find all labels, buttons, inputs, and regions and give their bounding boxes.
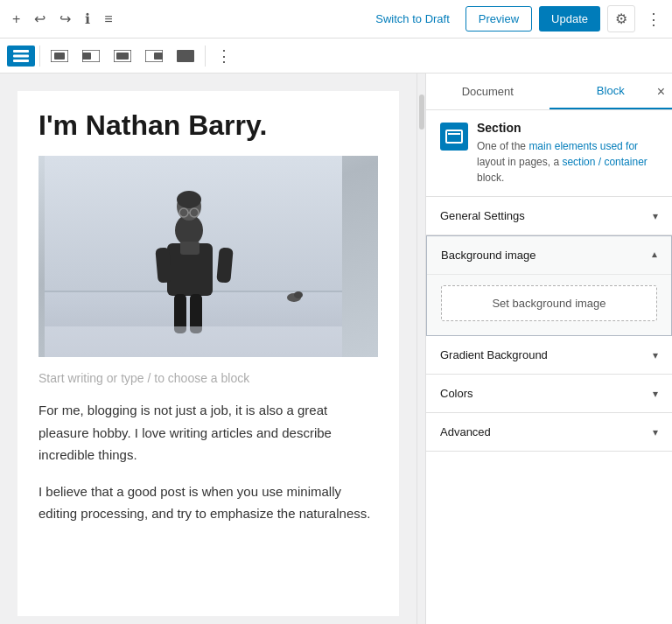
background-image-label: Background image (441, 249, 536, 262)
redo-button[interactable]: ↪ (54, 5, 76, 32)
gradient-background-label: Gradient Background (440, 348, 548, 361)
main-area: I'm Nathan Barry. (0, 74, 672, 624)
block-tool-more[interactable]: ⋮ (210, 42, 238, 70)
colors-label: Colors (440, 387, 473, 400)
accordion-background-image-header[interactable]: Background image ▾ (427, 236, 671, 274)
svg-rect-8 (116, 53, 129, 60)
accordion-gradient-background: Gradient Background ▾ (426, 336, 672, 375)
block-toolbar: ⋮ (0, 39, 672, 74)
svg-rect-10 (154, 53, 163, 60)
page-title: I'm Nathan Barry. (38, 109, 378, 142)
scroll-thumb (419, 95, 424, 130)
featured-image[interactable] (38, 156, 378, 357)
block-description: One of the main elements used for layout… (477, 138, 658, 186)
add-block-button[interactable]: + (7, 6, 25, 32)
background-image-content: Set background image (427, 274, 671, 335)
general-settings-label: General Settings (440, 209, 525, 222)
accordion-colors-header[interactable]: Colors ▾ (426, 375, 672, 412)
block-icon-svg (445, 130, 463, 144)
block-info-text: Section One of the main elements used fo… (477, 121, 658, 186)
svg-point-17 (177, 191, 201, 208)
settings-button[interactable]: ⚙ (607, 5, 635, 32)
svg-point-28 (294, 291, 303, 298)
undo-button[interactable]: ↩ (29, 5, 51, 32)
toolbar-left: + ↩ ↪ ℹ ≡ (7, 5, 118, 32)
accordion-general-settings-header[interactable]: General Settings ▾ (426, 197, 672, 235)
block-title: Section (477, 121, 658, 135)
svg-rect-0 (13, 50, 29, 53)
block-info: Section One of the main elements used fo… (426, 110, 672, 197)
tab-document[interactable]: Document (426, 74, 550, 109)
sidebar-close-button[interactable]: × (657, 84, 665, 100)
preview-button[interactable]: Preview (466, 6, 532, 32)
menu-button[interactable]: ≡ (99, 6, 117, 32)
editor-placeholder[interactable]: Start writing or type / to choose a bloc… (38, 371, 378, 385)
editor-area[interactable]: I'm Nathan Barry. (0, 74, 416, 624)
toolbar-right: Switch to Draft Preview Update ⚙ ⋮ (367, 5, 665, 32)
svg-rect-4 (54, 53, 65, 60)
editor-paragraph-2[interactable]: I believe that a good post is when you u… (38, 480, 378, 525)
svg-rect-29 (45, 326, 342, 357)
block-desc-link-main[interactable]: main elements used for (528, 140, 638, 152)
more-options-button[interactable]: ⋮ (642, 6, 665, 32)
image-svg (45, 156, 342, 357)
accordion-colors: Colors ▾ (426, 375, 672, 413)
block-tool-center[interactable] (108, 46, 137, 67)
block-desc-link-section[interactable]: section / container (562, 156, 647, 168)
general-settings-chevron: ▾ (653, 210, 658, 222)
svg-rect-19 (180, 242, 200, 255)
svg-rect-30 (446, 130, 462, 143)
accordion-general-settings: General Settings ▾ (426, 197, 672, 235)
scroll-track[interactable] (416, 74, 425, 624)
block-tool-full[interactable] (171, 46, 200, 67)
set-background-image-button[interactable]: Set background image (441, 285, 657, 321)
svg-rect-11 (177, 50, 194, 62)
toolbar-separator-2 (205, 46, 206, 67)
svg-rect-6 (82, 53, 91, 60)
advanced-chevron: ▾ (653, 426, 658, 438)
sidebar-tabs: Document Block × (426, 74, 672, 110)
svg-rect-2 (13, 60, 29, 62)
svg-rect-1 (13, 54, 29, 57)
svg-rect-31 (448, 133, 460, 135)
switch-draft-button[interactable]: Switch to Draft (367, 7, 458, 31)
accordion-background-image: Background image ▾ Set background image (426, 235, 672, 336)
background-image-chevron: ▾ (652, 249, 657, 262)
block-tool-right[interactable] (139, 46, 169, 67)
right-sidebar: Document Block × Section One of the main… (425, 74, 672, 624)
colors-chevron: ▾ (653, 388, 658, 400)
toolbar-separator-1 (39, 46, 40, 67)
tab-block[interactable]: Block (550, 74, 673, 109)
block-tool-align-content[interactable] (7, 46, 35, 67)
accordion-advanced: Advanced ▾ (426, 413, 672, 452)
block-tool-left[interactable] (76, 46, 106, 67)
section-block-icon (440, 123, 468, 151)
editor-content: I'm Nathan Barry. (18, 91, 399, 616)
info-button[interactable]: ℹ (80, 5, 95, 32)
block-tool-wide[interactable] (45, 46, 74, 67)
top-toolbar: + ↩ ↪ ℹ ≡ Switch to Draft Preview Update… (0, 0, 672, 39)
gradient-background-chevron: ▾ (653, 349, 658, 361)
accordion-gradient-background-header[interactable]: Gradient Background ▾ (426, 336, 672, 374)
editor-paragraph-1[interactable]: For me, blogging is not just a job, it i… (38, 399, 378, 466)
accordion-advanced-header[interactable]: Advanced ▾ (426, 413, 672, 451)
update-button[interactable]: Update (539, 6, 600, 32)
advanced-label: Advanced (440, 425, 491, 438)
